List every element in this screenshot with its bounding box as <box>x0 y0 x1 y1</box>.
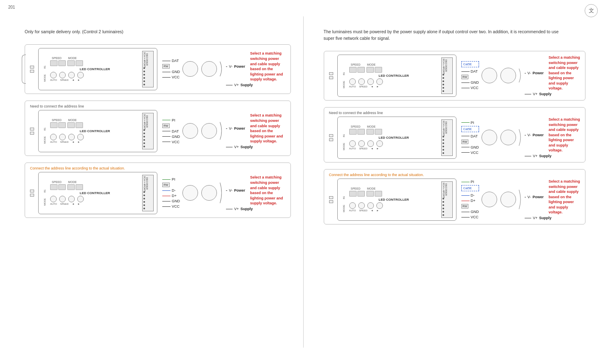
conn-row <box>143 73 152 76</box>
left-connector-r2 <box>329 134 333 141</box>
conn-row <box>143 77 152 80</box>
ctrl-btn <box>375 67 382 73</box>
ctrl-btn <box>375 191 382 197</box>
conn-dot <box>143 74 145 76</box>
ctrl-circle <box>68 72 75 78</box>
wire-dplus-r3: D+ <box>461 199 479 203</box>
wire-pi-3: PI <box>162 177 180 181</box>
conn-row <box>143 197 152 200</box>
wire-green-pi-3 <box>162 179 171 180</box>
luminaire-r1b <box>500 68 516 83</box>
wire-line-gnd-2 <box>162 136 171 137</box>
vert-connector-r2: 2CH×4PORT DECODER <box>441 119 453 156</box>
vplus-label-3: V+ <box>234 207 239 211</box>
conn-dot <box>442 136 444 137</box>
ctrl-top-labels-r2: SPEED MODE <box>351 125 439 128</box>
prev-label-3: ◄ <box>72 203 74 205</box>
conn-row <box>442 201 452 204</box>
wire-label-gnd-r2: GND <box>471 145 479 149</box>
conn-dot <box>143 80 145 82</box>
vminus-label-3: V- <box>229 188 233 192</box>
vplus-r2: V+ <box>533 154 537 158</box>
dash-vminus-r1 <box>525 73 526 73</box>
controller-box-2: B1 MODE SPEED MODE <box>38 110 157 152</box>
wire-label-dat: DAT <box>172 59 179 63</box>
mode-r2: MODE <box>367 125 376 128</box>
wire-line-dat <box>162 61 171 61</box>
ctrl-circle <box>367 140 374 147</box>
next-label-2: ► <box>78 141 80 143</box>
btn-group-r1b <box>366 67 382 73</box>
conn-row <box>143 129 152 132</box>
conn-row <box>442 139 452 142</box>
wire-label-pi-r3: PI <box>471 180 475 184</box>
wire-label-dat-2: DAT <box>172 129 179 133</box>
ctrl-left-side-r1: B1 MODE <box>341 63 347 88</box>
wiring-section-3: PI RW D- D+ <box>160 177 180 208</box>
wire-vcc-r3: VCC <box>461 215 479 219</box>
translate-button[interactable]: 文 <box>585 4 598 17</box>
vert-connector-r3: 2CH×4PORT DECODER <box>441 181 453 218</box>
conn-row <box>442 73 452 76</box>
wire-line-gnd <box>162 72 171 72</box>
controller-display: SPEED MODE <box>50 57 140 81</box>
luminaire-circles-r1 <box>482 68 516 83</box>
left-diagram-1: B1 MODE SPEED MODE <box>25 44 291 94</box>
speed-label2: SPEED <box>60 79 69 81</box>
power-word1-3: Power <box>234 188 245 192</box>
power-vplus-2: V+ Supply <box>226 145 285 149</box>
wire-label-gnd-r3: GND <box>471 210 479 214</box>
conn-row <box>143 80 152 83</box>
diagram-flex-r1: B1 MODE SPEED MODE <box>329 55 581 97</box>
ctrl-circle <box>349 78 356 85</box>
controller-inner-r2: B1 MODE SPEED MODE <box>341 119 453 156</box>
wire-blue-d-r3 <box>461 195 470 196</box>
conn-row <box>143 132 152 135</box>
wire-dat-r2: DAT <box>461 134 479 138</box>
ctrl-label-r1: LED CONTROLLER <box>349 74 439 78</box>
ctrl-btn <box>375 129 382 135</box>
ctrl-buttons <box>50 60 140 66</box>
btn-group-2 <box>67 60 83 66</box>
page: 201 文 Only for sample delivery only. (Co… <box>0 0 606 364</box>
wire-label-dat-r1: DAT <box>471 69 478 73</box>
conn-row <box>442 211 452 213</box>
wire-dat-r1: DAT <box>461 69 479 73</box>
auto-r1: AUTO <box>349 85 356 88</box>
speed-label4: SPEED <box>60 203 69 205</box>
rw-label-r1: RW <box>461 75 469 79</box>
ctrl-circle <box>367 202 374 209</box>
conn-row <box>143 83 152 86</box>
wire-dplus-3: D+ <box>162 194 180 198</box>
wire-label-d-r3: D- <box>471 193 475 197</box>
prev-r2: ◄ <box>371 147 373 150</box>
wire-green-pi-r3 <box>461 182 470 182</box>
conn-dots-r3 <box>442 197 452 217</box>
conn-row <box>143 194 152 197</box>
ctrl-top-labels-r1: SPEED MODE <box>351 63 439 66</box>
right-diagram-1: B1 MODE SPEED MODE <box>324 51 586 101</box>
power-select: V- Power Select a matching switching pow… <box>226 51 285 87</box>
luminaire-r2a <box>482 130 497 145</box>
wire-vcc-2: VCC <box>162 140 180 144</box>
controller-box-3: B1 MODE SPEED MODE <box>38 172 157 214</box>
conn-row <box>143 142 152 145</box>
conn-dots-3 <box>143 191 152 210</box>
conn-dots-r2 <box>442 135 452 155</box>
vminus-r2: V- <box>528 133 531 137</box>
ctrl-small-labels-2: AUTO SPEED ◄ ► <box>50 141 140 143</box>
outer-arc-svg-3 <box>219 176 224 209</box>
mode-r3: MODE <box>367 187 376 190</box>
left-connector-r3 <box>329 196 333 203</box>
conn-row <box>442 149 452 151</box>
ctrl-circle <box>358 140 365 147</box>
ctrl-btn <box>50 60 58 66</box>
controller-inner-r1: B1 MODE SPEED MODE <box>341 57 453 94</box>
ctrl-circle <box>77 196 84 202</box>
ctrl-circle <box>349 202 356 209</box>
wire-gnd-2: GND <box>162 135 180 139</box>
ctrl-mode-side-3: MODE <box>44 193 46 206</box>
wire-label-d+: D+ <box>172 194 177 198</box>
controller-display-3: SPEED MODE <box>50 181 140 205</box>
conn-dot <box>442 152 444 154</box>
